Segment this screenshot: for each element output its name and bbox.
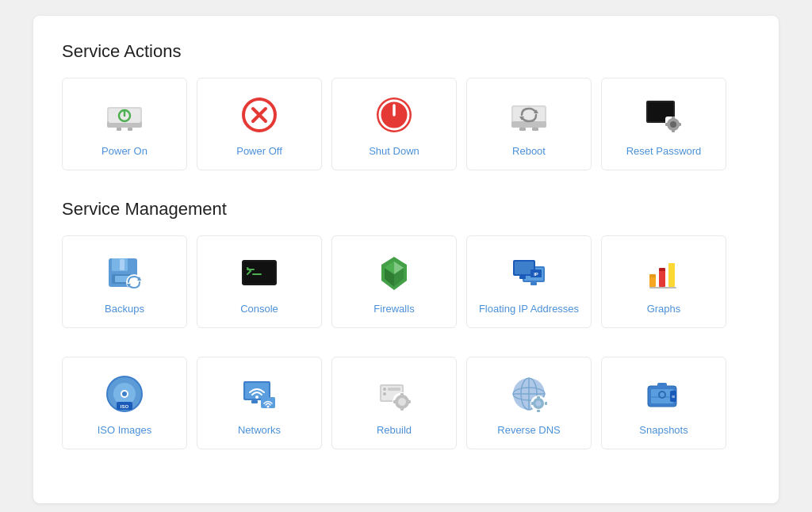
svg-rect-59: [649, 287, 676, 288]
power-on-card[interactable]: Power On: [62, 78, 187, 170]
svg-rect-50: [530, 282, 537, 285]
svg-point-25: [670, 121, 676, 128]
firewalls-label: Firewalls: [373, 303, 414, 316]
svg-point-104: [660, 392, 665, 397]
backups-card[interactable]: Backups: [62, 235, 187, 328]
main-card: Service Actions Power On: [33, 16, 779, 503]
reverse-dns-label: Reverse DNS: [497, 424, 560, 437]
networks-icon: [237, 372, 282, 416]
snapshots-icon: ≡: [642, 372, 686, 416]
power-off-icon: [237, 93, 282, 137]
svg-rect-57: [659, 269, 665, 287]
graphs-icon: [642, 250, 686, 295]
power-off-card[interactable]: Power Off: [197, 78, 322, 170]
snapshots-card[interactable]: ≡ Snapshots: [601, 357, 726, 449]
svg-point-78: [383, 392, 386, 395]
svg-point-94: [536, 400, 542, 406]
svg-rect-86: [408, 400, 411, 403]
svg-rect-29: [678, 123, 681, 126]
svg-rect-28: [665, 123, 668, 126]
console-card[interactable]: Console: [197, 235, 322, 328]
backups-label: Backups: [105, 303, 144, 316]
svg-text:IP: IP: [534, 272, 538, 277]
svg-rect-79: [388, 388, 400, 391]
svg-rect-97: [531, 402, 534, 405]
svg-rect-18: [532, 128, 538, 131]
svg-point-66: [122, 392, 127, 396]
svg-rect-71: [251, 400, 258, 403]
svg-text:ISO: ISO: [121, 404, 129, 409]
reset-password-icon: [642, 93, 686, 137]
svg-rect-96: [537, 410, 540, 412]
reboot-label: Reboot: [512, 145, 546, 159]
service-actions-title: Service Actions: [62, 41, 750, 62]
power-on-label: Power On: [102, 145, 147, 159]
iso-images-card[interactable]: ISO ISO Images: [62, 357, 187, 449]
networks-card[interactable]: Networks: [197, 357, 322, 449]
svg-rect-26: [672, 117, 675, 120]
svg-rect-95: [537, 396, 540, 399]
svg-rect-83: [400, 393, 404, 396]
service-actions-grid: Power On Power Off: [62, 78, 750, 170]
backups-icon: [102, 250, 147, 295]
power-on-icon: [102, 93, 147, 137]
reset-password-label: Reset Password: [626, 145, 702, 159]
service-management-grid-2: ISO ISO Images: [62, 357, 750, 449]
svg-rect-5: [117, 128, 121, 131]
svg-rect-98: [545, 402, 547, 405]
shut-down-icon: [372, 93, 416, 137]
svg-rect-107: [657, 383, 667, 388]
svg-point-77: [383, 388, 386, 391]
floating-ip-card[interactable]: IP Floating IP Addresses: [466, 235, 592, 328]
graphs-card[interactable]: Graphs: [601, 235, 726, 328]
reboot-icon: [507, 93, 551, 137]
rebuild-icon: [372, 372, 416, 416]
svg-text:≡: ≡: [672, 394, 675, 399]
svg-rect-32: [120, 259, 124, 270]
svg-rect-56: [649, 276, 656, 287]
svg-rect-58: [668, 263, 675, 287]
svg-rect-17: [519, 128, 526, 131]
power-off-label: Power Off: [236, 145, 282, 159]
console-icon: [237, 250, 282, 295]
iso-images-icon: ISO: [102, 372, 147, 416]
floating-ip-label: Floating IP Addresses: [479, 303, 579, 316]
console-label: Console: [240, 303, 278, 316]
iso-images-label: ISO Images: [98, 424, 152, 437]
reverse-dns-card[interactable]: Reverse DNS: [466, 357, 592, 449]
svg-rect-27: [672, 129, 675, 132]
reverse-dns-icon: [507, 372, 551, 416]
svg-rect-61: [659, 268, 665, 271]
service-management-grid-1: Backups Console: [62, 235, 750, 328]
rebuild-card[interactable]: Rebuild: [331, 357, 457, 449]
floating-ip-icon: IP: [507, 250, 551, 295]
svg-point-72: [255, 395, 259, 399]
svg-rect-6: [128, 128, 132, 131]
svg-rect-85: [393, 400, 396, 403]
firewalls-card[interactable]: Firewalls: [331, 235, 457, 328]
graphs-label: Graphs: [647, 303, 681, 316]
networks-label: Networks: [238, 424, 281, 437]
reboot-card[interactable]: Reboot: [466, 78, 592, 170]
reset-password-card[interactable]: Reset Password: [601, 78, 726, 170]
svg-rect-84: [400, 407, 404, 411]
rebuild-label: Rebuild: [377, 424, 412, 437]
svg-point-74: [267, 405, 270, 407]
snapshots-label: Snapshots: [639, 424, 688, 437]
shut-down-label: Shut Down: [369, 145, 419, 159]
svg-rect-53: [519, 276, 526, 279]
shut-down-card[interactable]: Shut Down: [331, 78, 457, 170]
service-management-title: Service Management: [62, 199, 750, 220]
firewalls-icon: [372, 250, 416, 295]
svg-rect-60: [649, 274, 656, 277]
svg-point-82: [398, 398, 406, 406]
